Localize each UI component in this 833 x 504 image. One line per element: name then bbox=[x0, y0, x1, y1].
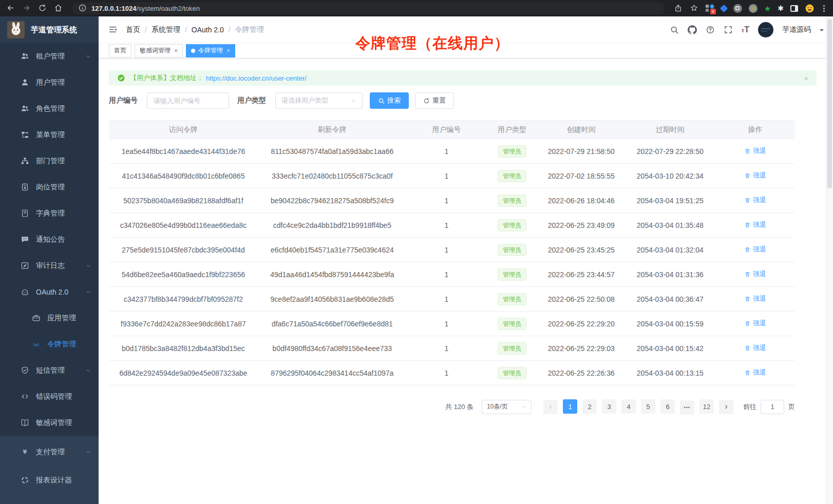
sidebar-item-sensitive[interactable]: 敏感词管理 bbox=[0, 410, 99, 436]
home-icon[interactable] bbox=[54, 4, 63, 13]
share-icon[interactable] bbox=[674, 4, 683, 13]
breadcrumb-item[interactable]: 系统管理 bbox=[152, 25, 180, 34]
sidebar-item-menu[interactable]: 菜单管理 bbox=[0, 122, 99, 148]
user-avatar[interactable] bbox=[758, 22, 773, 37]
expire-time-cell: 2054-03-04 01:35:48 bbox=[625, 213, 715, 238]
sidebar-item-oauth2[interactable]: OAuth 2.0 bbox=[0, 279, 99, 305]
bookmark-star-icon[interactable] bbox=[690, 4, 699, 13]
app-logo[interactable]: 芋道管理系统 bbox=[0, 16, 99, 43]
force-logout-button[interactable]: 强退 bbox=[744, 343, 766, 353]
tab-label: 敏感词管理 bbox=[140, 46, 171, 55]
force-logout-button[interactable]: 强退 bbox=[744, 319, 766, 328]
alert-link[interactable]: https://doc.iocoder.cn/user-center/ bbox=[206, 74, 307, 82]
fullscreen-icon[interactable] bbox=[724, 25, 733, 34]
created-time-cell: 2022-06-26 18:04:46 bbox=[538, 188, 625, 213]
profile-avatar-icon[interactable] bbox=[805, 4, 815, 13]
scrollbar-thumb[interactable] bbox=[827, 19, 832, 188]
expire-time-cell: 2054-03-04 00:13:15 bbox=[625, 361, 715, 385]
user-type-select[interactable]: 请选择用户类型 bbox=[275, 92, 363, 109]
chevron-down-icon bbox=[85, 449, 91, 455]
filter-form: 用户编号 用户类型 请选择用户类型 搜索 重置 bbox=[109, 92, 823, 109]
page-button-4[interactable]: 4 bbox=[621, 399, 636, 414]
force-logout-button[interactable]: 强退 bbox=[744, 245, 766, 254]
sidebar-item-errcode[interactable]: 错误码管理 bbox=[0, 383, 99, 410]
back-icon[interactable] bbox=[6, 4, 15, 13]
alert-close-icon[interactable]: × bbox=[804, 74, 808, 83]
tab-sensitive[interactable]: 敏感词管理× bbox=[135, 44, 183, 57]
page-button-5[interactable]: 5 bbox=[641, 399, 655, 414]
extension-pinwheel-icon[interactable]: ✱ bbox=[778, 4, 784, 13]
search-button[interactable]: 搜索 bbox=[370, 92, 409, 109]
sidebar-item-tenant[interactable]: 租户管理 bbox=[0, 43, 99, 69]
created-time-cell: 2022-06-25 22:26:36 bbox=[538, 361, 625, 385]
user-type-label: 用户类型 bbox=[237, 96, 266, 105]
page-button-6[interactable]: 6 bbox=[660, 399, 675, 414]
user-type-badge: 管理员 bbox=[498, 244, 526, 256]
sidebar-item-sms[interactable]: 短信管理 bbox=[0, 357, 99, 383]
tab-home[interactable]: 首页 bbox=[109, 44, 131, 57]
sidebar-item-user[interactable]: 用户管理 bbox=[0, 69, 99, 95]
sidebar-item-notice[interactable]: 通知公告 bbox=[0, 226, 99, 253]
tab-close-icon[interactable]: × bbox=[226, 47, 230, 54]
tab-token[interactable]: 令牌管理× bbox=[186, 44, 235, 57]
force-logout-button[interactable]: 强退 bbox=[744, 146, 766, 156]
page-ellipsis-button[interactable]: ••• bbox=[680, 400, 694, 415]
reload-icon[interactable] bbox=[38, 4, 47, 13]
forward-icon[interactable] bbox=[22, 4, 31, 13]
search-icon[interactable] bbox=[670, 25, 679, 34]
sidebar-item-audit[interactable]: 审计日志 bbox=[0, 253, 99, 279]
next-page-button[interactable]: › bbox=[719, 400, 733, 414]
trash-icon bbox=[744, 246, 751, 253]
page-button-12[interactable]: 12 bbox=[699, 399, 714, 414]
breadcrumb-item[interactable]: 首页 bbox=[126, 25, 140, 34]
sidebar-item-label: 令牌管理 bbox=[47, 340, 76, 349]
goto-page-input[interactable] bbox=[761, 400, 784, 414]
sidebar-item-label: 敏感词管理 bbox=[36, 418, 72, 428]
github-icon[interactable] bbox=[688, 25, 697, 34]
browser-menu-icon[interactable] bbox=[821, 4, 827, 13]
force-logout-button[interactable]: 强退 bbox=[744, 294, 766, 303]
caret-down-icon[interactable] bbox=[820, 29, 824, 33]
username-label[interactable]: 芋道源码 bbox=[782, 25, 811, 34]
sidebar-item-dict[interactable]: 字典管理 bbox=[0, 200, 99, 226]
force-logout-button[interactable]: 强退 bbox=[744, 220, 766, 229]
sidebar-item-report[interactable]: 报表设计器 bbox=[0, 466, 99, 494]
force-logout-button[interactable]: 强退 bbox=[744, 196, 766, 205]
browser-scrollbar[interactable] bbox=[826, 16, 833, 504]
reset-button[interactable]: 重置 bbox=[415, 92, 454, 109]
refresh-token-cell: 8796295f04064c2983414cc54af1097a bbox=[258, 361, 407, 385]
page-button-2[interactable]: 2 bbox=[582, 399, 597, 414]
hamburger-icon[interactable] bbox=[108, 25, 118, 34]
user-icon bbox=[21, 78, 29, 87]
extension-grid-icon[interactable]: 9 bbox=[706, 4, 714, 13]
force-logout-button[interactable]: 强退 bbox=[744, 269, 766, 279]
user-type-cell: 管理员 bbox=[486, 361, 538, 385]
user-id-cell: 1 bbox=[407, 287, 486, 312]
page-button-1[interactable]: 1 bbox=[563, 399, 577, 414]
sidebar-item-oauth2-token[interactable]: (a)令牌管理 bbox=[0, 331, 99, 357]
prev-page-button[interactable]: ‹ bbox=[543, 400, 558, 414]
font-size-icon[interactable]: тT bbox=[742, 26, 749, 34]
site-info-icon[interactable] bbox=[78, 4, 87, 13]
sidebar-item-label: 错误码管理 bbox=[36, 392, 72, 401]
sidebar-item-post[interactable]: 岗位管理 bbox=[0, 174, 99, 200]
expire-time-cell: 2054-03-04 00:15:42 bbox=[625, 336, 715, 361]
sidebar-item-role[interactable]: 角色管理 bbox=[0, 95, 99, 122]
tab-close-icon[interactable]: × bbox=[174, 47, 178, 54]
page-size-select[interactable]: 10条/页 bbox=[482, 400, 532, 414]
sidebar-item-oauth2-app[interactable]: 应用管理 bbox=[0, 305, 99, 331]
force-logout-button[interactable]: 强退 bbox=[744, 368, 766, 377]
extension-dot-icon[interactable] bbox=[749, 4, 758, 13]
force-logout-button[interactable]: 强退 bbox=[744, 171, 766, 180]
extension-command-icon[interactable] bbox=[733, 4, 742, 13]
side-panel-icon[interactable] bbox=[790, 5, 798, 12]
extension-star-icon[interactable]: ★ bbox=[764, 4, 771, 13]
user-id-input[interactable] bbox=[147, 92, 229, 109]
page-button-3[interactable]: 3 bbox=[602, 399, 616, 414]
extension-gem-icon[interactable] bbox=[720, 4, 728, 12]
address-bar[interactable]: 127.0.0.1:1024/system/oauth2/token bbox=[72, 2, 665, 14]
help-icon[interactable] bbox=[706, 25, 715, 34]
breadcrumb-item[interactable]: OAuth 2.0 bbox=[192, 26, 224, 34]
sidebar-item-pay[interactable]: ¥支付管理 bbox=[0, 438, 99, 466]
sidebar-item-dept[interactable]: 部门管理 bbox=[0, 148, 99, 174]
